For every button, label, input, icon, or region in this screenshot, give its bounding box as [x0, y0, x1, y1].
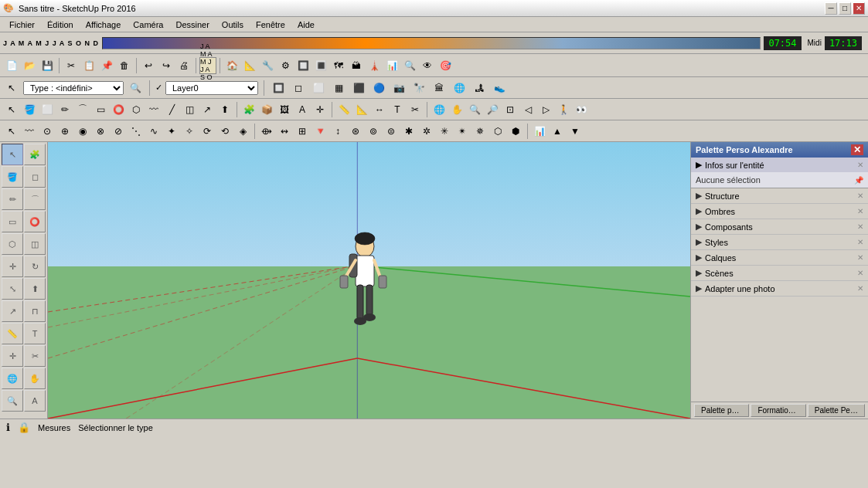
- measure-tool[interactable]: 📏: [335, 101, 352, 118]
- zoom-tool[interactable]: 🔍: [466, 101, 483, 118]
- zoomfit-tool[interactable]: ⊡: [502, 101, 519, 118]
- text-tool[interactable]: T: [389, 101, 406, 118]
- pan-left-btn[interactable]: ✋: [24, 368, 46, 389]
- structure-close[interactable]: ✕: [857, 191, 863, 200]
- view-mode-12[interactable]: 👟: [491, 80, 508, 97]
- toolbar-icon-5[interactable]: 🏠: [223, 57, 240, 74]
- ext25[interactable]: ✵: [471, 123, 488, 140]
- ext11[interactable]: ⟲: [216, 123, 233, 140]
- ext2[interactable]: ⊕: [56, 123, 73, 140]
- paint-tool[interactable]: 🪣: [21, 101, 38, 118]
- ext26[interactable]: ⬡: [489, 123, 506, 140]
- toolbar-icon-12[interactable]: 🏔: [348, 57, 365, 74]
- arc-tool[interactable]: ⌒: [74, 101, 91, 118]
- ext28[interactable]: 📊: [531, 123, 548, 140]
- line-tool[interactable]: ╱: [163, 101, 180, 118]
- new-btn[interactable]: 📄: [3, 57, 20, 74]
- view-mode-5[interactable]: ⬛: [350, 80, 367, 97]
- ext9[interactable]: ✧: [181, 123, 198, 140]
- copy-btn[interactable]: 📋: [80, 57, 97, 74]
- scenes-close[interactable]: ✕: [857, 269, 863, 277]
- poly-left-btn[interactable]: ⬡: [2, 233, 23, 255]
- panel-item-adapter[interactable]: ▶ Adapter une photo ✕: [691, 281, 868, 297]
- infos-close[interactable]: ✕: [857, 161, 863, 169]
- prevview-tool[interactable]: ◁: [519, 101, 536, 118]
- group-tool[interactable]: 📦: [258, 101, 275, 118]
- push-left-btn[interactable]: ⬆: [24, 278, 46, 300]
- ext6[interactable]: ⋱: [128, 123, 145, 140]
- ext7[interactable]: ∿: [145, 123, 162, 140]
- section-left-btn[interactable]: ✂: [24, 345, 46, 367]
- ext13[interactable]: ⟴: [258, 123, 275, 140]
- tab-palette-perso[interactable]: Palette Perso A...: [808, 404, 865, 417]
- lookaround-tool[interactable]: 👀: [573, 101, 590, 118]
- ext23[interactable]: ✳: [436, 123, 453, 140]
- ext12[interactable]: ◈: [234, 123, 251, 140]
- panel-item-styles[interactable]: ▶ Styles ✕: [691, 235, 868, 250]
- view-mode-4[interactable]: ▦: [330, 80, 347, 97]
- panel-item-composants[interactable]: ▶ Composants ✕: [691, 219, 868, 235]
- panel-item-structure[interactable]: ▶ Structure ✕: [691, 188, 868, 204]
- intersect-left-btn[interactable]: ⊓: [24, 300, 46, 322]
- ext20[interactable]: ⊜: [383, 123, 400, 140]
- measure-left-btn[interactable]: 📏: [2, 323, 23, 344]
- paste-btn[interactable]: 📌: [98, 57, 115, 74]
- toolbar-icon-6[interactable]: 📐: [241, 57, 258, 74]
- dim-tool[interactable]: ↔: [371, 101, 388, 118]
- toolbar-icon-14[interactable]: 📊: [383, 57, 400, 74]
- select-arrow[interactable]: ↖: [3, 80, 20, 97]
- ext15[interactable]: ⊞: [294, 123, 311, 140]
- move-left-btn[interactable]: ✛: [2, 256, 23, 277]
- view-mode-8[interactable]: 🔭: [410, 80, 427, 97]
- angle-tool[interactable]: 📐: [353, 101, 370, 118]
- component-tool[interactable]: 🧩: [240, 101, 257, 118]
- text-left-btn[interactable]: T: [24, 323, 46, 344]
- save-btn[interactable]: 💾: [39, 57, 56, 74]
- cut-btn[interactable]: ✂: [63, 57, 80, 74]
- ext8[interactable]: ✦: [163, 123, 180, 140]
- axis-tool[interactable]: ✛: [311, 101, 328, 118]
- ext21[interactable]: ✱: [400, 123, 417, 140]
- styles-close[interactable]: ✕: [857, 238, 863, 246]
- undo-btn[interactable]: ↩: [140, 57, 157, 74]
- menu-item-dessiner[interactable]: Dessiner: [169, 19, 215, 31]
- select-left-btn[interactable]: ↖: [2, 144, 23, 165]
- freehand-2[interactable]: 〰: [21, 123, 38, 140]
- freehand-tool[interactable]: 〰: [145, 101, 162, 118]
- scale-left-btn[interactable]: ⤡: [2, 278, 23, 300]
- toolbar-icon-15[interactable]: 🔍: [401, 57, 418, 74]
- view-mode-11[interactable]: 🏞: [471, 80, 488, 97]
- panel-item-calques[interactable]: ▶ Calques ✕: [691, 250, 868, 266]
- view-mode-2[interactable]: ◻: [290, 80, 307, 97]
- panel-close-button[interactable]: ✕: [851, 144, 863, 155]
- menu-item-affichage[interactable]: Affichage: [80, 19, 128, 31]
- toolbar-icon-10[interactable]: 🔳: [312, 57, 329, 74]
- ext22[interactable]: ✲: [418, 123, 435, 140]
- arc-left-btn[interactable]: ⌒: [24, 188, 46, 210]
- menu-item-caméra[interactable]: Caméra: [127, 19, 169, 31]
- erase-btn[interactable]: 🗑: [116, 57, 133, 74]
- type-search-btn[interactable]: 🔍: [127, 80, 144, 97]
- tab-palette-def[interactable]: Palette par déf...: [694, 404, 749, 417]
- push-tool[interactable]: ⬆: [216, 101, 233, 118]
- toolbar-icon-16[interactable]: 👁: [419, 57, 436, 74]
- ext27[interactable]: ⬢: [507, 123, 524, 140]
- toolbar-icon-11[interactable]: 🗺: [330, 57, 347, 74]
- view-mode-9[interactable]: 🏛: [431, 80, 448, 97]
- toolbar-icon-9[interactable]: 🔲: [294, 57, 311, 74]
- pencil-tool[interactable]: ✏: [56, 101, 73, 118]
- menu-item-fichier[interactable]: Fichier: [3, 19, 41, 31]
- followme-tool[interactable]: ↗: [199, 101, 216, 118]
- ext19[interactable]: ⊚: [365, 123, 382, 140]
- orbit-tool[interactable]: 🌐: [431, 101, 448, 118]
- calques-close[interactable]: ✕: [857, 253, 863, 262]
- ombres-close[interactable]: ✕: [857, 207, 863, 215]
- view-mode-1[interactable]: 🔲: [270, 80, 287, 97]
- tb1[interactable]: J A M A M J J A S O N D: [199, 57, 216, 74]
- offset-left-btn[interactable]: ◫: [24, 233, 46, 255]
- component-left-btn[interactable]: 🧩: [24, 144, 46, 165]
- minimize-button[interactable]: ─: [825, 2, 837, 15]
- type-selector[interactable]: Type : <indéfini>: [23, 81, 124, 95]
- circle-tool[interactable]: ⭕: [110, 101, 127, 118]
- ext29[interactable]: ▲: [549, 123, 566, 140]
